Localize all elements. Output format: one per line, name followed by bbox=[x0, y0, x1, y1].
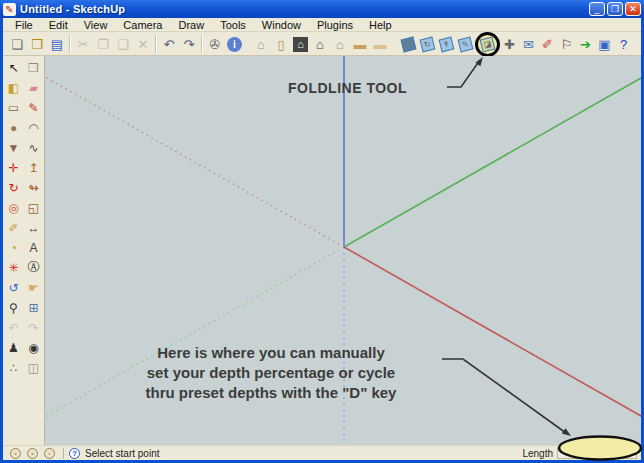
copy-icon[interactable]: ❐ bbox=[93, 34, 113, 54]
depth-annotation: Here is where you can manually set your … bbox=[96, 343, 446, 403]
menu-edit[interactable]: Edit bbox=[41, 18, 76, 32]
paint-bucket-tool[interactable]: ◧ bbox=[4, 78, 23, 97]
toolbar-face-style-group: ⌂▯⌂⌂⌂▬▬ bbox=[251, 32, 390, 56]
xray-house-icon[interactable]: ⌂ bbox=[251, 34, 271, 54]
line-tool[interactable]: ✎ bbox=[24, 98, 43, 117]
door-panel-icon[interactable]: ▯ bbox=[271, 34, 291, 54]
image-icon[interactable]: ▣ bbox=[595, 34, 614, 54]
menu-camera[interactable]: Camera bbox=[115, 18, 170, 32]
print-icon[interactable]: ✇ bbox=[205, 34, 225, 54]
toolbar-standard-group: ❏❒▤✂❐❑✕↶↷✇i bbox=[7, 32, 244, 56]
crosshair-icon[interactable]: ✚ bbox=[500, 34, 519, 54]
toolbar-separator bbox=[69, 35, 71, 53]
status-circle-2-icon[interactable]: • bbox=[27, 448, 38, 459]
menu-draw[interactable]: Draw bbox=[170, 18, 212, 32]
text-tool[interactable]: A bbox=[24, 238, 43, 257]
redo-icon[interactable]: ↷ bbox=[179, 34, 199, 54]
axes-tool[interactable]: ✳ bbox=[4, 258, 23, 277]
status-bar: • • • ? Select start point Length bbox=[3, 445, 641, 460]
menu-window[interactable]: Window bbox=[254, 18, 309, 32]
green-arrow-icon[interactable]: ➔ bbox=[576, 34, 595, 54]
dark-window-icon[interactable]: ⌂ bbox=[293, 37, 308, 52]
envelope-icon[interactable]: ✉ bbox=[519, 34, 538, 54]
house-white-icon[interactable]: ⌂ bbox=[330, 34, 350, 54]
rotate-tool[interactable]: ↻ bbox=[4, 178, 23, 197]
zoom-tool[interactable]: ⚲ bbox=[4, 298, 23, 317]
cut-icon[interactable]: ✂ bbox=[73, 34, 93, 54]
follow-me-tool[interactable]: ↬ bbox=[24, 178, 43, 197]
toolbar: ❏❒▤✂❐❑✕↶↷✇i ⌂▯⌂⌂⌂▬▬ ↻↟✎◪✚✉✐⚐➔▣? bbox=[3, 32, 641, 56]
position-camera-tool[interactable]: ♟ bbox=[4, 338, 23, 357]
help-question-icon[interactable]: ? bbox=[69, 448, 80, 459]
tan-panel-white-icon[interactable]: ▬ bbox=[370, 34, 390, 54]
3d-text-tool[interactable]: Ⓐ bbox=[24, 258, 43, 277]
help-icon[interactable]: ? bbox=[614, 34, 633, 54]
menu-help[interactable]: Help bbox=[361, 18, 400, 32]
push-pull-tool[interactable]: ↥ bbox=[24, 158, 43, 177]
zoom-extents-tool[interactable]: ⊞ bbox=[24, 298, 43, 317]
sketchup-window: ✎ Untitled - SketchUp _ ❐ ✕ FileEditView… bbox=[0, 0, 644, 463]
house-outline-icon[interactable]: ⌂ bbox=[310, 34, 330, 54]
dark-folder-icon[interactable] bbox=[401, 36, 417, 52]
minimize-icon[interactable]: _ bbox=[589, 2, 605, 16]
close-icon[interactable]: ✕ bbox=[625, 2, 641, 16]
window-controls: _ ❐ ✕ bbox=[589, 2, 641, 16]
toolbar-separator bbox=[155, 35, 157, 53]
erase-icon[interactable]: ✕ bbox=[133, 34, 153, 54]
section-plane-tool[interactable]: ◫ bbox=[24, 358, 43, 377]
foldline-annotation: FOLDLINE TOOL bbox=[288, 80, 407, 96]
app-pencil-icon: ✎ bbox=[3, 3, 16, 16]
pencil-square-icon[interactable]: ✎ bbox=[458, 36, 474, 52]
toolbar-plugin-group: ↻↟✎◪✚✉✐⚐➔▣? bbox=[399, 32, 633, 56]
eraser-tool[interactable]: ▰ bbox=[24, 78, 43, 97]
menu-plugins[interactable]: Plugins bbox=[309, 18, 361, 32]
polygon-tool[interactable]: ▼ bbox=[4, 138, 23, 157]
freehand-tool[interactable]: ∿ bbox=[24, 138, 43, 157]
model-info-icon[interactable]: i bbox=[227, 37, 242, 52]
window-title: Untitled - SketchUp bbox=[20, 3, 589, 15]
menu-file[interactable]: File bbox=[7, 18, 41, 32]
foldline-highlight-ring: ◪ bbox=[475, 32, 500, 57]
toolbar-separator bbox=[201, 35, 203, 53]
tape-measure-tool[interactable]: ✐ bbox=[4, 218, 23, 237]
status-circle-3-icon[interactable]: • bbox=[44, 448, 55, 459]
tan-panel-icon[interactable]: ▬ bbox=[350, 34, 370, 54]
move-tool[interactable]: ✛ bbox=[4, 158, 23, 177]
rectangle-tool[interactable]: ▭ bbox=[4, 98, 23, 117]
title-bar: ✎ Untitled - SketchUp _ ❐ ✕ bbox=[0, 0, 644, 18]
foldline-tool-icon[interactable]: ◪ bbox=[480, 36, 496, 52]
white-flag-icon[interactable]: ⚐ bbox=[557, 34, 576, 54]
walk-tool[interactable]: ∴ bbox=[4, 358, 23, 377]
status-message: Select start point bbox=[85, 448, 522, 459]
status-circle-1-icon[interactable]: • bbox=[10, 448, 21, 459]
paste-icon[interactable]: ❑ bbox=[113, 34, 133, 54]
protractor-tool[interactable]: ◔ bbox=[4, 238, 23, 257]
previous-view-tool[interactable]: ↶ bbox=[4, 318, 23, 337]
undo-icon[interactable]: ↶ bbox=[159, 34, 179, 54]
menu-bar: FileEditViewCameraDrawToolsWindowPlugins… bbox=[3, 18, 641, 32]
orbit-tool[interactable]: ↺ bbox=[4, 278, 23, 297]
measurements-box[interactable] bbox=[557, 447, 637, 459]
dimension-tool[interactable]: ↔ bbox=[24, 218, 43, 237]
status-separator bbox=[63, 448, 64, 459]
open-icon[interactable]: ❒ bbox=[27, 34, 47, 54]
arc-tool[interactable]: ◠ bbox=[24, 118, 43, 137]
tilted-square-1-icon[interactable]: ↻ bbox=[420, 36, 436, 52]
next-view-tool[interactable]: ↷ bbox=[24, 318, 43, 337]
tool-palette: ↖❒◧▰▭✎●◠▼∿✛↥↻↬◎◱✐↔◔A✳Ⓐ↺☛⚲⊞↶↷♟◉∴◫ bbox=[3, 56, 45, 445]
save-icon[interactable]: ▤ bbox=[47, 34, 67, 54]
tilted-square-2-icon[interactable]: ↟ bbox=[439, 36, 455, 52]
sketch-eraser-icon[interactable]: ✐ bbox=[538, 34, 557, 54]
restore-icon[interactable]: ❐ bbox=[607, 2, 623, 16]
menu-tools[interactable]: Tools bbox=[212, 18, 254, 32]
make-component-tool[interactable]: ❒ bbox=[24, 58, 43, 77]
length-label: Length bbox=[522, 448, 553, 459]
pan-tool[interactable]: ☛ bbox=[24, 278, 43, 297]
menu-view[interactable]: View bbox=[76, 18, 116, 32]
offset-tool[interactable]: ◎ bbox=[4, 198, 23, 217]
circle-tool[interactable]: ● bbox=[4, 118, 23, 137]
look-around-tool[interactable]: ◉ bbox=[24, 338, 43, 357]
select-tool[interactable]: ↖ bbox=[4, 58, 23, 77]
scale-tool[interactable]: ◱ bbox=[24, 198, 43, 217]
new-icon[interactable]: ❏ bbox=[7, 34, 27, 54]
